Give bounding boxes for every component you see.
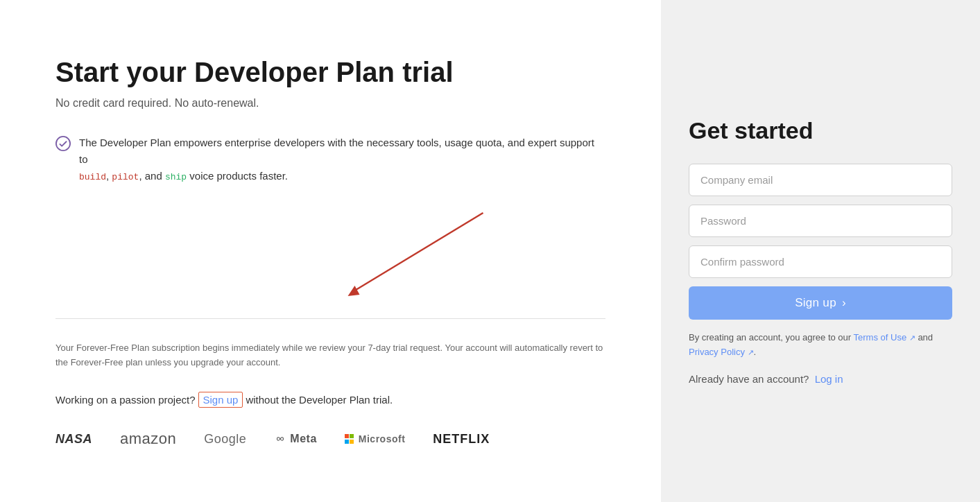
arrow-annotation	[55, 199, 605, 310]
nasa-logo: NASA	[55, 432, 92, 447]
microsoft-grid-icon	[345, 434, 354, 444]
meta-infinity-icon	[274, 435, 286, 443]
login-text: Already have an account? Log in	[689, 373, 952, 385]
email-input[interactable]	[689, 164, 952, 196]
passion-suffix: without the Developer Plan trial.	[246, 394, 393, 406]
terms-prefix: By creating an account, you agree to our	[689, 332, 851, 343]
amazon-logo: amazon	[120, 430, 176, 448]
external-link-icon: ↗	[909, 334, 915, 342]
terms-text: By creating an account, you agree to our…	[689, 331, 952, 360]
subtitle: No credit card required. No auto-renewal…	[55, 97, 605, 110]
terms-middle: and	[918, 332, 933, 343]
already-text: Already have an account?	[689, 373, 809, 385]
svg-point-0	[56, 137, 70, 150]
svg-marker-2	[348, 286, 360, 296]
terms-of-use-link[interactable]: Terms of Use ↗	[854, 332, 915, 343]
signup-form: Get started Sign up › By creating an acc…	[689, 117, 952, 386]
passion-row: Working on a passion project? Sign up wi…	[55, 392, 605, 408]
netflix-logo: NETFLIX	[433, 432, 490, 447]
svg-line-1	[352, 213, 483, 293]
feature-item: The Developer Plan empowers enterprise d…	[55, 135, 605, 185]
footer-text: Your Forever-Free Plan subscription begi…	[55, 341, 605, 370]
feature-text: The Developer Plan empowers enterprise d…	[79, 135, 605, 185]
page-title: Start your Developer Plan trial	[55, 55, 605, 89]
login-link[interactable]: Log in	[815, 373, 843, 385]
confirm-password-input[interactable]	[689, 245, 952, 278]
signup-button-arrow: ›	[842, 296, 846, 310]
privacy-external-link-icon: ↗	[748, 348, 754, 356]
left-panel: Start your Developer Plan trial No credi…	[0, 0, 661, 502]
passion-prefix: Working on a passion project?	[55, 394, 196, 406]
password-input[interactable]	[689, 205, 952, 237]
privacy-policy-link[interactable]: Privacy Policy ↗	[689, 347, 754, 357]
brand-logos-row: NASA amazon Google Meta Microsoft NETFLI…	[55, 430, 605, 448]
and-text: , and	[139, 170, 165, 182]
feature-text-after: voice products faster.	[189, 170, 288, 182]
microsoft-logo: Microsoft	[345, 433, 406, 444]
arrow-svg	[55, 199, 605, 310]
check-icon	[55, 136, 71, 151]
signup-button[interactable]: Sign up ›	[689, 286, 952, 320]
divider	[55, 318, 605, 319]
signup-button-label: Sign up	[795, 296, 836, 310]
meta-logo: Meta	[274, 433, 316, 445]
inline-signup-link[interactable]: Sign up	[198, 392, 243, 408]
terms-period: .	[754, 347, 757, 357]
form-title: Get started	[689, 117, 952, 144]
code-ship: ship	[165, 172, 187, 182]
google-logo: Google	[204, 432, 246, 447]
right-panel: Get started Sign up › By creating an acc…	[661, 0, 980, 502]
code-build: build	[79, 172, 106, 182]
code-pilot: pilot	[112, 172, 139, 182]
